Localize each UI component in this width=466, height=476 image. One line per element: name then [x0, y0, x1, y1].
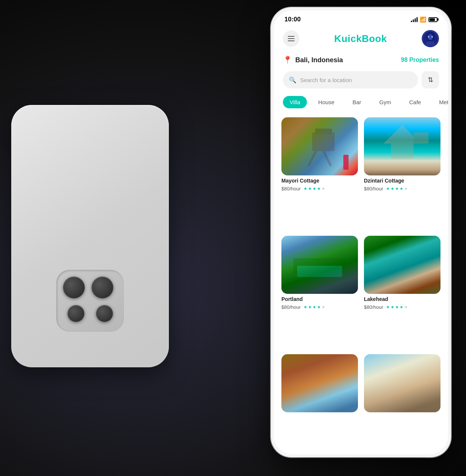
property-image-portland — [281, 236, 358, 294]
property-price-portland: $80/hour — [281, 304, 301, 310]
camera-module — [53, 270, 128, 337]
svg-point-3 — [428, 36, 429, 37]
svg-line-9 — [323, 151, 331, 166]
camera-bump — [56, 270, 124, 332]
scene: 10:00 📶 — [0, 0, 466, 476]
property-card-lakehead[interactable]: Lakehead $80/hour ★ ★ ★ ★ ★ — [364, 236, 440, 348]
property-illustration-2 — [364, 117, 440, 175]
status-icons: 📶 — [411, 16, 437, 22]
camera-lens-macro — [96, 305, 113, 322]
main-phone: 10:00 📶 — [271, 7, 451, 457]
property-meta-lakehead: $80/hour ★ ★ ★ ★ ★ — [364, 304, 440, 310]
location-pin-icon: 📍 — [283, 55, 292, 64]
property-image-dzintari — [364, 117, 440, 175]
property-price-dzintari: $80/hour — [364, 186, 383, 192]
menu-button[interactable] — [283, 30, 299, 47]
filter-icon: ⇅ — [428, 76, 433, 84]
property-image-lakehead — [364, 236, 440, 294]
search-icon: 🔍 — [289, 76, 296, 84]
hamburger-icon — [288, 36, 295, 41]
property-rating-lakehead: ★ ★ ★ ★ ★ — [386, 305, 408, 310]
avatar-image — [423, 31, 437, 46]
status-bar: 10:00 📶 — [274, 10, 448, 26]
property-image-partial1 — [281, 354, 358, 412]
search-container: 🔍 Search for a location ⇅ — [274, 69, 448, 94]
svg-point-4 — [431, 36, 433, 37]
location-left: 📍 Bali, Indonesia — [283, 55, 343, 64]
property-card-portland[interactable]: Portland $80/hour ★ ★ ★ ★ ★ — [281, 236, 358, 348]
camera-lens-tele — [68, 305, 84, 322]
property-rating-dzintari: ★ ★ ★ ★ ★ — [386, 186, 408, 191]
property-card-partial-2[interactable] — [364, 354, 440, 451]
property-price-lakehead: $80/hour — [364, 304, 383, 310]
camera-lens-main — [63, 277, 85, 298]
property-meta-portland: $80/hour ★ ★ ★ ★ ★ — [281, 304, 358, 310]
battery-icon — [428, 17, 437, 22]
property-card-partial-1[interactable] — [281, 354, 358, 451]
property-card-dzintari[interactable]: Dzintari Cottage $80/hour ★ ★ ★ ★ ★ — [364, 117, 440, 230]
property-grid: Mayori Cottage $80/hour ★ ★ ★ ★ ★ — [274, 114, 448, 454]
signal-icon — [411, 17, 418, 22]
tab-villa[interactable]: Villa — [283, 96, 307, 108]
svg-line-8 — [308, 151, 316, 166]
property-rating-portland: ★ ★ ★ ★ ★ — [304, 305, 325, 310]
property-name-mayori: Mayori Cottage — [281, 178, 358, 184]
property-name-portland: Portland — [281, 296, 358, 302]
properties-count: 98 Properties — [401, 57, 439, 63]
status-time: 10:00 — [284, 16, 301, 23]
phone-screen: 10:00 📶 — [274, 10, 448, 454]
search-placeholder: Search for a location — [300, 77, 352, 83]
property-name-lakehead: Lakehead — [364, 296, 440, 302]
tab-house[interactable]: House — [311, 96, 341, 108]
property-meta-dzintari: $80/hour ★ ★ ★ ★ ★ — [364, 186, 440, 192]
back-phone — [11, 105, 169, 367]
app-title: KuickBook — [334, 33, 387, 45]
camera-lens-wide — [92, 277, 113, 298]
property-rating-mayori: ★ ★ ★ ★ ★ — [304, 186, 325, 191]
property-meta-mayori: $80/hour ★ ★ ★ ★ ★ — [281, 186, 358, 192]
location-city: Bali, Indonesia — [295, 56, 343, 64]
tab-gym[interactable]: Gym — [373, 96, 398, 108]
search-bar[interactable]: 🔍 Search for a location — [283, 71, 418, 88]
tab-bar[interactable]: Bar — [346, 96, 368, 108]
svg-rect-14 — [297, 266, 342, 277]
location-bar: 📍 Bali, Indonesia 98 Properties — [274, 52, 448, 69]
avatar[interactable] — [422, 30, 439, 47]
svg-rect-12 — [413, 132, 428, 144]
category-tabs: Villa House Bar Gym Cafe Meting — [274, 94, 448, 114]
tab-cafe[interactable]: Cafe — [402, 96, 428, 108]
property-name-dzintari: Dzintari Cottage — [364, 178, 440, 184]
property-image-mayori — [281, 117, 358, 175]
tab-meting[interactable]: Meting — [432, 96, 448, 108]
svg-rect-11 — [391, 144, 413, 159]
svg-rect-6 — [312, 132, 335, 151]
property-image-partial2 — [364, 354, 440, 412]
property-price-mayori: $80/hour — [281, 186, 301, 192]
property-card-mayori[interactable]: Mayori Cottage $80/hour ★ ★ ★ ★ ★ — [281, 117, 358, 230]
app-header: KuickBook — [274, 26, 448, 52]
filter-button[interactable]: ⇅ — [422, 71, 439, 88]
svg-rect-7 — [315, 129, 332, 134]
wifi-icon: 📶 — [420, 16, 426, 22]
